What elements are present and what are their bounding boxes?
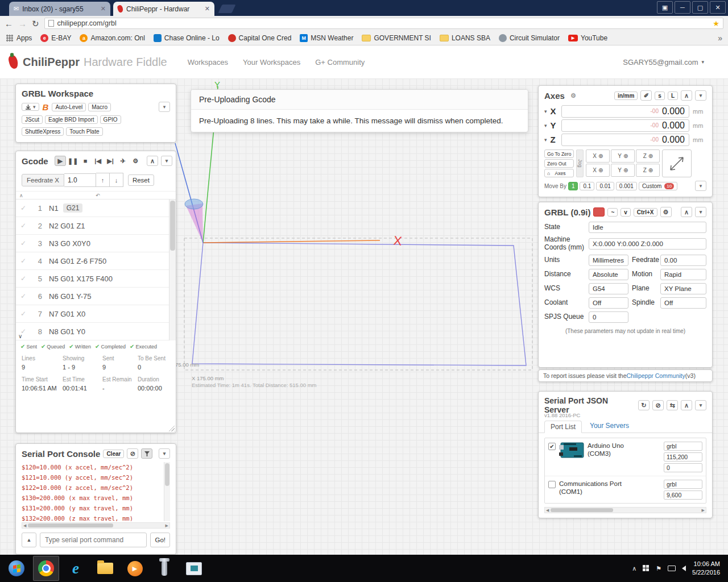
window-close-button[interactable]: ✕ [710, 1, 726, 14]
tab-port-list[interactable]: Port List [544, 421, 582, 433]
jog-z-minus-button[interactable]: Z⊕ [636, 164, 660, 177]
wcs-field[interactable]: G54 [589, 283, 628, 294]
nav-your-workspaces[interactable]: Your Workspaces [243, 58, 300, 66]
tray-volume-icon[interactable] [682, 566, 686, 571]
console-scrollbar[interactable] [164, 462, 170, 521]
collapse-up-button[interactable]: ∧ [681, 207, 692, 217]
taskbar-window-app-button[interactable] [181, 556, 207, 581]
refresh-icon[interactable]: ↻ [638, 400, 650, 410]
gcode-scrollbar[interactable] [169, 199, 176, 340]
gcode-row[interactable]: ✓1N1G21 [16, 199, 176, 217]
taskbar-ie-button[interactable]: e [63, 556, 89, 581]
bookmark-capital-one[interactable]: Capital One Cred [228, 34, 292, 42]
taskbar-clock[interactable]: 10:06 AM 5/22/2016 [692, 560, 722, 577]
tab-chilipeppr[interactable]: ChiliPeppr - Hardwar ✕ [113, 2, 214, 16]
gear-icon[interactable]: ⚙ [568, 90, 579, 101]
gcode-row[interactable]: ✓2N2 G01 Z1 [16, 217, 176, 235]
pencil-icon[interactable]: ✐ [640, 90, 652, 101]
resume-tilde-button[interactable]: ~ [607, 208, 618, 217]
nav-workspaces[interactable]: Workspaces [188, 58, 228, 66]
gcode-row[interactable]: ✓7N7 G01 X0 [16, 305, 176, 323]
coolant-field[interactable]: Off [589, 297, 628, 309]
spjs-hscrollbar[interactable]: ◀ ▶ [544, 507, 706, 513]
tray-flag-icon[interactable]: ⚑ [656, 565, 661, 572]
bookmark-circuit-simulator[interactable]: Circuit Simulator [499, 34, 560, 42]
tab-your-servers[interactable]: Your Servers [590, 422, 629, 433]
clear-button[interactable]: Clear [103, 450, 124, 458]
filter-icon[interactable] [141, 448, 152, 459]
swap-icon[interactable]: ⇆ [667, 400, 678, 410]
gear-icon[interactable]: ⚙ [660, 207, 672, 217]
tab-close-icon[interactable]: ✕ [205, 5, 210, 13]
feedrate-up-button[interactable]: ↑ [96, 173, 110, 187]
feedrate-input[interactable] [64, 173, 96, 187]
baud-input[interactable]: 9,600 [664, 490, 702, 500]
panel-menu-button[interactable]: ▾ [695, 90, 706, 101]
scrollbar-thumb[interactable] [551, 508, 613, 512]
scrollbar-thumb[interactable] [170, 201, 175, 251]
gcode-row[interactable]: ✓8N8 G01 Y0 [16, 323, 176, 340]
test-run-icon[interactable]: ✈ [117, 156, 129, 166]
scrollbar-thumb[interactable] [165, 463, 169, 486]
ctrl-x-reset-button[interactable]: Ctrl+X [634, 208, 657, 217]
refresh-icon[interactable]: ↻ [32, 19, 39, 28]
move-by-1-button[interactable]: 1 [568, 182, 578, 190]
port-checkbox-unchecked[interactable] [548, 481, 556, 488]
panel-menu-button[interactable]: ▾ [695, 400, 706, 410]
panel-menu-button[interactable]: ▾ [159, 448, 170, 459]
jog-y-plus-button[interactable]: Y⊕ [611, 149, 635, 163]
bookmark-government[interactable]: GOVERNMENT SI [362, 34, 431, 42]
move-by-0-001-button[interactable]: 0.001 [616, 182, 637, 190]
collapse-up-button[interactable]: ∧ [147, 156, 158, 166]
chevron-up-icon[interactable]: ∧ [19, 193, 23, 198]
nav-g-community[interactable]: G+ Community [315, 58, 365, 66]
tab-close-icon[interactable]: ✕ [101, 5, 106, 13]
tray-chevron-up-icon[interactable]: ∧ [632, 565, 636, 572]
jog-y-minus-button[interactable]: Y⊕ [611, 164, 635, 177]
orange-b-icon[interactable]: B [43, 102, 49, 112]
gcode-row[interactable]: ✓3N3 G0 X0Y0 [16, 235, 176, 252]
feedrate-down-button[interactable]: ↓ [110, 173, 123, 187]
go-button[interactable]: Go! [150, 533, 170, 547]
gcode-open-button[interactable]: ▾ [22, 103, 39, 111]
bookmark-chase[interactable]: Chase Online - Lo [154, 34, 220, 42]
scroll-right-icon[interactable]: ▶ [166, 523, 168, 528]
bookmark-apps[interactable]: Apps [6, 34, 32, 42]
state-field[interactable]: Idle [589, 222, 706, 233]
gcode-scroll-top-bar[interactable]: ∧ ↶ [16, 191, 176, 199]
collapse-up-button[interactable]: ∧ [681, 90, 692, 101]
jog-x-plus-button[interactable]: X⊕ [586, 149, 610, 163]
gcode-row[interactable]: ✓4N4 G01 Z-6 F750 [16, 252, 176, 270]
new-tab-button[interactable] [218, 5, 236, 13]
spindle-field[interactable]: Off [660, 297, 706, 309]
resize-handle[interactable] [167, 424, 175, 431]
pause-icon[interactable]: ❚❚ [67, 156, 78, 166]
gcode-row[interactable]: ✓6N6 G01 Y-75 [16, 288, 176, 305]
workspace-menu-button[interactable]: ▾ [159, 102, 170, 112]
forward-icon[interactable]: → [18, 19, 27, 28]
move-by-0-1-button[interactable]: 0.1 [580, 182, 594, 190]
command-history-button[interactable]: ▲ [22, 533, 36, 547]
buffer-select[interactable]: grbl [664, 442, 702, 451]
chevron-down-icon[interactable]: ▾ [544, 137, 547, 143]
jog-diagonal-button[interactable] [662, 149, 692, 177]
plane-field[interactable]: XY Plane [660, 283, 706, 294]
back-icon[interactable]: ← [5, 19, 13, 28]
step-back-icon[interactable]: |◀ [92, 156, 104, 166]
panel-menu-button[interactable]: ▾ [161, 156, 172, 166]
axis-z-value-field[interactable]: -000.000 [561, 134, 689, 146]
touch-plate-button[interactable]: Touch Plate [66, 127, 102, 136]
jscut-button[interactable]: JScut [22, 115, 43, 124]
chevron-down-icon[interactable]: ∨ [18, 333, 22, 339]
scroll-left-icon[interactable]: ◀ [546, 508, 549, 513]
chevron-down-icon[interactable]: ▾ [544, 109, 547, 114]
move-by-menu-button[interactable]: ▾ [695, 181, 706, 191]
gcode-row[interactable]: ✓5N5 G01 X175 F400 [16, 270, 176, 288]
move-by-0-01-button[interactable]: 0.01 [596, 182, 614, 190]
bookmark-star-icon[interactable]: ★ [713, 19, 719, 28]
axis-y-value-field[interactable]: -000.000 [561, 119, 689, 132]
bookmark-youtube[interactable]: ▶YouTube [568, 34, 607, 42]
move-by-custom-button[interactable]: Custom10 [639, 182, 677, 190]
address-bar[interactable]: chilipeppr.com/grbl ★ [44, 18, 723, 29]
v-button[interactable]: v [621, 208, 631, 217]
